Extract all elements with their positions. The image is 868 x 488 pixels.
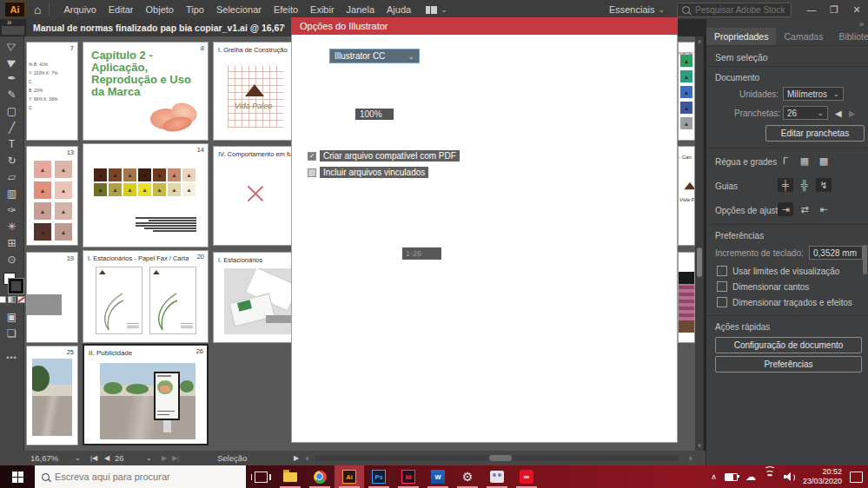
scroll-up-icon[interactable]: ∧ <box>696 38 703 45</box>
next-artboard-icon[interactable]: ▶ <box>849 109 856 118</box>
menu-selecionar[interactable]: Selecionar <box>216 4 262 15</box>
angle-left-icon[interactable]: ‹ <box>306 451 308 465</box>
menu-arquivo[interactable]: Arquivo <box>63 4 96 15</box>
action-center-icon[interactable] <box>850 472 863 483</box>
document-tab[interactable]: Manual de normas finalizado pap bia copi… <box>26 19 292 36</box>
artboard-19[interactable]: 19 <box>26 252 78 343</box>
chrome-button[interactable] <box>305 465 335 488</box>
artboard-25[interactable]: 25 <box>26 346 78 445</box>
adobe-stock-search[interactable] <box>677 3 792 17</box>
vertical-scrollbar[interactable]: ∧ ∨ <box>695 36 704 451</box>
menu-editar[interactable]: Editar <box>109 4 134 15</box>
next-artboard-icon[interactable]: ▶ <box>162 451 167 465</box>
type-tool-icon[interactable]: T <box>0 135 23 152</box>
zoom-dropdown-icon[interactable]: ⌄ <box>75 451 81 465</box>
battery-icon[interactable] <box>725 473 738 481</box>
angle-right-icon[interactable]: › <box>689 451 692 465</box>
artboard-20[interactable]: I. Estacionários - Papel Fax / Carta 20 <box>83 250 209 343</box>
units-dropdown[interactable]: Milímetros ⌄ <box>783 87 844 101</box>
first-artboard-icon[interactable]: |◀ <box>90 451 97 465</box>
pencil-tool-icon[interactable]: ✑ <box>0 201 23 218</box>
horizontal-scroll-thumb[interactable] <box>489 455 512 461</box>
menu-efeito[interactable]: Efeito <box>274 4 298 15</box>
document-setup-button[interactable]: Configuração de documento <box>715 337 862 353</box>
vertical-scroll-thumb[interactable] <box>697 247 702 277</box>
clock[interactable]: 20:52 23/03/2020 <box>803 467 842 487</box>
stock-search-input[interactable] <box>693 4 786 16</box>
keyboard-increment-input[interactable]: 0,3528 mm <box>809 246 863 260</box>
creative-cloud-button[interactable]: ∞ <box>512 465 541 488</box>
chevron-down-icon[interactable]: ⌄ <box>441 5 447 14</box>
taskbar-search-input[interactable] <box>53 471 239 483</box>
none-mode-icon[interactable] <box>17 296 25 303</box>
taskbar-search[interactable] <box>35 465 246 488</box>
panel-scroll-thumb[interactable] <box>863 245 867 274</box>
play-icon[interactable]: ▶ <box>294 451 299 465</box>
wifi-icon[interactable] <box>764 472 776 482</box>
artboard-26-active[interactable]: II. Publicidade 26 <box>83 344 209 445</box>
arrange-documents-icon[interactable] <box>426 6 437 14</box>
artboard-nav-dropdown-icon[interactable]: ⌄ <box>146 451 152 465</box>
gradient-mode-icon[interactable] <box>8 296 16 303</box>
blend-tool-icon[interactable]: ✳ <box>0 218 23 234</box>
screen-mode-icon[interactable]: ❏ <box>0 325 23 341</box>
tab-camadas[interactable]: Camadas <box>776 28 831 45</box>
version-dropdown[interactable]: Illustrator CC ⌄ <box>329 49 420 63</box>
checkbox-unchecked[interactable] <box>717 266 727 276</box>
checkbox-checked[interactable]: ✓ <box>308 152 316 161</box>
edit-artboards-button[interactable]: Editar pranchetas <box>765 125 865 142</box>
draw-mode-icon[interactable]: ▣ <box>0 308 23 325</box>
checkbox-unchecked[interactable] <box>308 168 316 177</box>
stroke-swatch[interactable] <box>9 279 23 293</box>
snap-to-grid-icon[interactable]: ⇥ <box>778 202 793 216</box>
more-tools-icon[interactable]: ••• <box>6 353 17 362</box>
snap-to-pixel-icon[interactable]: ⇄ <box>797 202 812 216</box>
fill-stroke-swatches[interactable] <box>0 271 23 293</box>
workspace-switcher[interactable]: Essenciais ⌄ <box>609 4 665 15</box>
artboard-range-field[interactable]: 1-26 <box>402 247 441 260</box>
artboard-8[interactable]: 8 Capítulo 2 - Aplicação, Reprodução e U… <box>83 42 209 141</box>
task-view-button[interactable] <box>246 465 275 488</box>
checkbox-unchecked[interactable] <box>717 281 727 292</box>
show-guides-icon[interactable]: ╪ <box>778 178 793 192</box>
menu-objeto[interactable]: Objeto <box>146 4 174 15</box>
photoshop-button[interactable]: Ps <box>364 465 394 488</box>
file-explorer-button[interactable] <box>275 465 305 488</box>
prev-artboard-icon[interactable]: ◀ <box>835 109 842 118</box>
rectangle-tool-icon[interactable]: ▢ <box>0 102 23 119</box>
people-app-button[interactable] <box>482 465 512 488</box>
indesign-button[interactable]: Id <box>394 465 423 488</box>
menu-exibir[interactable]: Exibir <box>310 4 335 15</box>
eraser-tool-icon[interactable]: ▱ <box>0 168 23 185</box>
close-button[interactable]: ✕ <box>845 0 868 19</box>
horizontal-scrollbar[interactable] <box>315 455 679 461</box>
transparency-grid-icon[interactable]: ▩ <box>816 154 832 168</box>
last-artboard-icon[interactable]: ▶| <box>172 451 179 465</box>
show-rulers-icon[interactable]: Γ <box>778 154 793 168</box>
start-button[interactable] <box>0 465 35 488</box>
menu-tipo[interactable]: Tipo <box>186 4 204 15</box>
artboard-nav-value[interactable]: 26 <box>115 451 124 465</box>
color-mode-icon[interactable] <box>0 296 6 303</box>
menu-janela[interactable]: Janela <box>347 4 374 15</box>
dialog-title-bar[interactable]: Opções do Illustrator <box>291 17 678 35</box>
gradient-tool-icon[interactable]: ▥ <box>0 185 23 201</box>
scroll-down-icon[interactable]: ∨ <box>696 442 703 449</box>
artboard-13[interactable]: 13 <box>26 146 78 246</box>
show-grid-icon[interactable]: ▦ <box>797 154 812 168</box>
tab-propriedades[interactable]: Propriedades <box>706 28 776 45</box>
line-tool-icon[interactable]: ╱ <box>0 119 23 135</box>
menu-ajuda[interactable]: Ajuda <box>387 4 411 15</box>
curvature-tool-icon[interactable]: ✎ <box>0 86 23 102</box>
percent-field[interactable]: 100% <box>355 109 394 120</box>
zoom-tool-icon[interactable]: ⊙ <box>0 251 23 267</box>
snap-to-point-icon[interactable]: ⇤ <box>816 202 832 216</box>
artboard-tool-icon[interactable]: ⊞ <box>0 234 23 251</box>
rotate-tool-icon[interactable]: ↻ <box>0 152 23 168</box>
tray-expand-icon[interactable]: ∧ <box>711 472 717 481</box>
word-button[interactable]: W <box>423 465 453 488</box>
artboard-14[interactable]: 14 <box>83 143 209 247</box>
smart-guides-icon[interactable]: ↯ <box>816 178 832 192</box>
lock-guides-icon[interactable]: ╬ <box>797 178 812 192</box>
illustrator-button[interactable]: Ai <box>335 465 364 488</box>
